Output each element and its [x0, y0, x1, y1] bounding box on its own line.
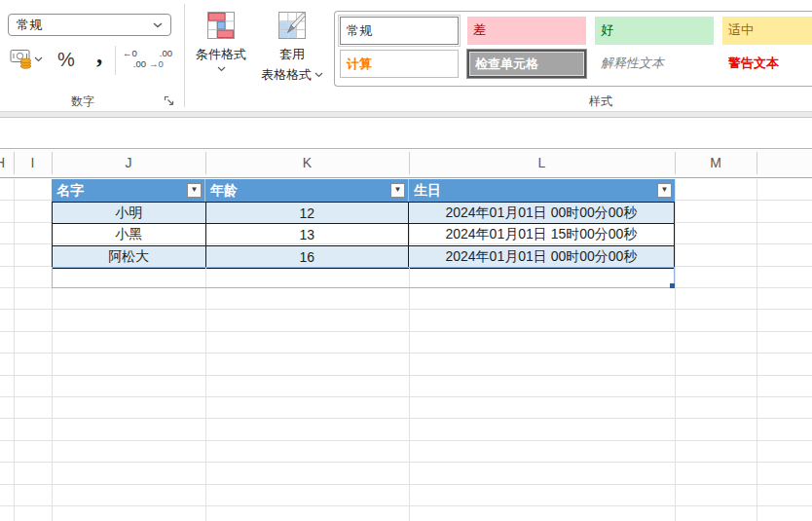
table-row: 小黑 13 2024年01月01日 15时00分00秒 [53, 224, 674, 245]
percent-style-button[interactable]: % [53, 45, 80, 74]
comma-style-button[interactable]: , [90, 39, 109, 72]
column-header-k[interactable]: K [205, 155, 409, 170]
table-header-age-label: 年龄 [210, 182, 238, 198]
style-bad[interactable]: 差 [467, 17, 586, 45]
conditional-formatting-icon [207, 12, 235, 39]
style-normal[interactable]: 常规 [340, 17, 459, 45]
accounting-format-dropdown[interactable] [33, 55, 44, 64]
decrease-decimal-top: .00 [149, 48, 172, 58]
number-format-value: 常规 [17, 17, 153, 34]
style-explanatory-text[interactable]: 解释性文本 [595, 50, 714, 78]
chevron-down-icon [314, 72, 323, 78]
filter-button[interactable]: ▼ [390, 183, 405, 198]
number-dialog-launcher-icon[interactable] [162, 93, 176, 108]
increase-decimal-bottom: .00 [123, 58, 146, 69]
conditional-formatting-button[interactable]: 条件格式 [191, 4, 251, 107]
cell-birthday[interactable]: 2024年01月01日 00时00分00秒 [409, 246, 674, 268]
format-as-table-label-line1: 套用 [279, 47, 305, 62]
decrease-decimal-button[interactable]: .00 →0 [149, 47, 172, 70]
table-header-age[interactable]: 年龄 ▼ [205, 179, 409, 202]
percent-icon: % [57, 49, 75, 71]
style-good[interactable]: 好 [595, 17, 714, 45]
table-resize-handle[interactable] [670, 283, 675, 288]
conditional-formatting-label: 条件格式 [196, 47, 246, 62]
cell-name[interactable]: 阿松大 [53, 246, 206, 268]
worksheet-grid[interactable]: 名字 ▼ 年龄 ▼ 生日 ▼ 小明 12 2024年01月01日 00时00分0… [0, 179, 812, 521]
chevron-down-icon [153, 22, 163, 28]
column-header-i[interactable]: I [14, 155, 52, 170]
table-body: 小明 12 2024年01月01日 00时00分00秒 小黑 13 2024年0… [52, 202, 675, 269]
selected-empty-row[interactable] [52, 267, 675, 288]
column-headers: H I J K L M [0, 148, 812, 178]
style-neutral[interactable]: 适中 [722, 17, 812, 45]
excel-window: 常规 [0, 0, 812, 521]
format-as-table-label-line2: 表格格式 [261, 66, 312, 84]
table-header-birthday-label: 生日 [414, 182, 441, 198]
group-separator [184, 4, 185, 107]
column-header-j[interactable]: J [52, 155, 205, 170]
decrease-decimal-bottom: →0 [149, 58, 172, 69]
chevron-down-icon [217, 66, 226, 72]
formula-bar-area [0, 118, 812, 148]
cell-birthday[interactable]: 2024年01月01日 15时00分00秒 [409, 224, 674, 245]
ribbon-bottom-edge [0, 111, 812, 118]
accounting-money-icon [10, 47, 33, 70]
cell-age[interactable]: 13 [206, 224, 409, 245]
cell-name[interactable]: 小黑 [53, 224, 206, 245]
increase-decimal-top: ←0 [123, 48, 146, 58]
styles-group-label: 样式 [389, 93, 812, 110]
column-header-l[interactable]: L [409, 155, 675, 170]
number-format-dropdown[interactable]: 常规 [8, 14, 171, 36]
cell-age[interactable]: 16 [206, 246, 409, 268]
number-group-label: 数字 [19, 93, 146, 110]
filter-button[interactable]: ▼ [657, 183, 672, 198]
column-header-m[interactable]: M [675, 155, 757, 170]
table-row: 小明 12 2024年01月01日 00时00分00秒 [53, 203, 674, 224]
data-table: 名字 ▼ 年龄 ▼ 生日 ▼ 小明 12 2024年01月01日 00时00分0… [52, 179, 675, 269]
cell-birthday[interactable]: 2024年01月01日 00时00分00秒 [409, 203, 674, 224]
accounting-format-button[interactable] [10, 46, 33, 71]
table-row: 阿松大 16 2024年01月01日 00时00分00秒 [53, 246, 674, 268]
cell-name[interactable]: 小明 [53, 203, 206, 224]
table-header-row: 名字 ▼ 年龄 ▼ 生日 ▼ [52, 179, 675, 202]
table-header-name[interactable]: 名字 ▼ [52, 179, 205, 202]
table-header-name-label: 名字 [56, 182, 84, 198]
increase-decimal-button[interactable]: ←0 .00 [123, 47, 146, 70]
comma-icon: , [96, 42, 102, 69]
column-header-h[interactable]: H [0, 155, 8, 170]
filter-button[interactable]: ▼ [187, 183, 202, 198]
table-header-birthday[interactable]: 生日 ▼ [409, 179, 675, 202]
format-as-table-icon [278, 12, 306, 39]
ribbon: 常规 [0, 0, 812, 111]
cell-age[interactable]: 12 [206, 203, 409, 224]
chevron-down-icon [34, 56, 43, 62]
style-check-cell[interactable]: 检查单元格 [467, 50, 586, 78]
style-warning-text[interactable]: 警告文本 [722, 50, 812, 78]
format-as-table-button[interactable]: 套用 表格格式 [253, 4, 331, 107]
divider [115, 46, 116, 75]
cell-styles-gallery: 常规 差 好 适中 计算 检查单元格 解释性文本 警告文本 [334, 11, 812, 87]
style-calculation[interactable]: 计算 [340, 50, 459, 78]
